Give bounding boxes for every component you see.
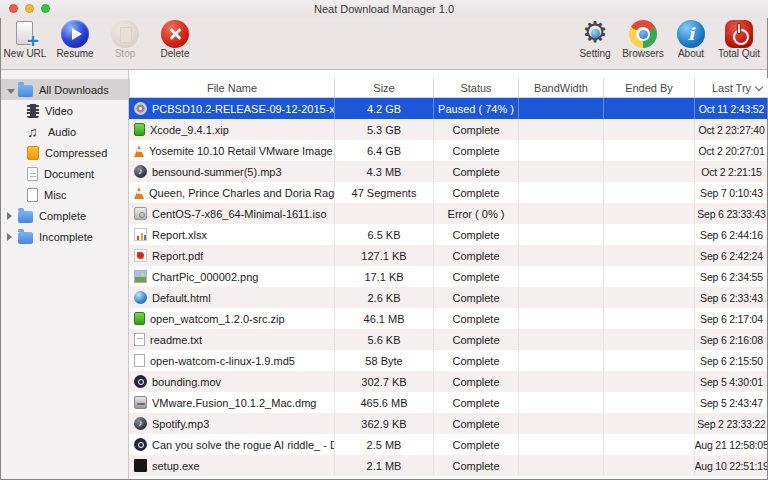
status-cell: Complete xyxy=(433,119,518,140)
delete-icon xyxy=(161,20,189,48)
toolbar-button-resume[interactable]: Resume xyxy=(52,20,98,59)
sidebar-item-compressed[interactable]: Compressed xyxy=(0,142,128,163)
table-row[interactable]: Default.html 2.6 KB Complete Sep 6 2:33:… xyxy=(129,287,768,308)
file-name: VMware.Fusion_10.1.2_Mac.dmg xyxy=(152,397,316,409)
toolbar-button-label: Total Quit xyxy=(718,48,760,59)
table-row[interactable]: CentOS-7-x86_64-Minimal-1611.iso Error (… xyxy=(129,203,768,224)
table-row[interactable]: Can you solve the rogue AI riddle_ - Dan… xyxy=(129,434,768,455)
ended-by-cell xyxy=(603,434,694,455)
last-try-cell: Sep 7 0:10:43 xyxy=(694,182,768,203)
table-row[interactable]: readme.txt 5.6 KB Complete Sep 6 2:16:08 xyxy=(129,329,768,350)
bandwidth-cell xyxy=(518,266,603,287)
status-cell: Complete xyxy=(433,308,518,329)
file-name: CentOS-7-x86_64-Minimal-1611.iso xyxy=(152,208,327,220)
toolbar-button-delete[interactable]: Delete xyxy=(152,20,198,59)
column-header[interactable]: BandWidth xyxy=(518,78,603,97)
sidebar-item-audio[interactable]: Audio xyxy=(0,121,128,142)
file-name-cell: Xcode_9.4.1.xip xyxy=(129,119,334,140)
file-name: open_watcom_1.2.0-src.zip xyxy=(150,313,285,325)
file-name-cell: Report.xlsx xyxy=(129,224,334,245)
table-row[interactable]: bounding.mov 302.7 KB Complete Sep 5 4:3… xyxy=(129,371,768,392)
sidebar-item-incomplete[interactable]: Incomplete xyxy=(0,226,128,247)
disclosure-triangle-icon[interactable] xyxy=(7,84,18,96)
sidebar-item-misc[interactable]: Misc xyxy=(0,184,128,205)
sidebar-item-label: Compressed xyxy=(45,147,107,159)
disclosure-triangle-icon[interactable] xyxy=(7,231,18,243)
downloads-table: File Name Size Status BandWidth Ended By… xyxy=(129,70,768,479)
table-row[interactable]: PCBSD10.2-RELEASE-09-12-2015-x64-DV 4.2 … xyxy=(129,98,768,119)
main-content: All Downloads Video Audio Compressed xyxy=(0,70,768,479)
bandwidth-cell xyxy=(518,287,603,308)
sidebar-item-complete[interactable]: Complete xyxy=(0,205,128,226)
column-header[interactable]: Size xyxy=(334,78,433,97)
audio-icon xyxy=(27,126,42,138)
status-cell: Complete xyxy=(433,266,518,287)
ended-by-cell xyxy=(603,350,694,371)
ended-by-cell xyxy=(603,182,694,203)
ended-by-cell xyxy=(603,392,694,413)
status-cell: Complete xyxy=(433,182,518,203)
last-try-cell: Oct 11 2:43:52 xyxy=(694,98,768,119)
bandwidth-cell xyxy=(518,182,603,203)
table-row[interactable]: setup.exe 2.1 MB Complete Aug 10 22:51:1… xyxy=(129,455,768,476)
sidebar-item-video[interactable]: Video xyxy=(0,100,128,121)
toolbar-button-stop[interactable]: Stop xyxy=(102,20,148,59)
table-row[interactable]: Report.pdf 127.1 KB Complete Sep 6 2:42:… xyxy=(129,245,768,266)
disclosure-triangle-icon[interactable] xyxy=(7,210,18,222)
cone-icon xyxy=(134,187,144,199)
minimize-window-button[interactable] xyxy=(25,4,34,13)
file-name-cell: Spotify.mp3 xyxy=(129,413,334,434)
column-header[interactable]: File Name xyxy=(129,78,334,97)
bandwidth-cell xyxy=(518,161,603,182)
toolbar-button-browsers[interactable]: Browsers xyxy=(620,20,666,59)
file-name-cell: Yosemite 10.10 Retail VMware Image.rar xyxy=(129,140,334,161)
image-icon xyxy=(134,270,147,283)
toolbar-button-new-url[interactable]: New URL xyxy=(2,20,48,59)
table-row[interactable]: open-watcom-c-linux-1.9.md5 58 Byte Comp… xyxy=(129,350,768,371)
folder-icon xyxy=(18,85,33,97)
folder-icon xyxy=(18,232,33,244)
compressed-icon xyxy=(27,146,39,160)
size-cell: 5.6 KB xyxy=(334,329,433,350)
bandwidth-cell xyxy=(518,224,603,245)
status-cell: Complete xyxy=(433,329,518,350)
status-cell: Complete xyxy=(433,140,518,161)
ended-by-cell xyxy=(603,161,694,182)
size-cell: 17.1 KB xyxy=(334,266,433,287)
file-name: bounding.mov xyxy=(152,376,221,388)
zoom-window-button[interactable] xyxy=(41,4,50,13)
size-cell: 46.1 MB xyxy=(334,308,433,329)
last-try-cell: Aug 10 22:51:19 xyxy=(694,455,768,476)
table-row[interactable]: Yosemite 10.10 Retail VMware Image.rar 6… xyxy=(129,140,768,161)
table-row[interactable]: Report.xlsx 6.5 KB Complete Sep 6 2:44:1… xyxy=(129,224,768,245)
table-row[interactable]: ChartPic_000002.png 17.1 KB Complete Sep… xyxy=(129,266,768,287)
file-name: open-watcom-c-linux-1.9.md5 xyxy=(150,355,295,367)
table-row[interactable]: VMware.Fusion_10.1.2_Mac.dmg 465.6 MB Co… xyxy=(129,392,768,413)
ended-by-cell xyxy=(603,266,694,287)
last-try-cell: Oct 2 23:27:40 xyxy=(694,119,768,140)
sidebar-item-all-downloads[interactable]: All Downloads xyxy=(0,79,128,100)
toolbar-button-setting[interactable]: Setting xyxy=(572,20,618,59)
table-row[interactable]: Xcode_9.4.1.xip 5.3 GB Complete Oct 2 23… xyxy=(129,119,768,140)
pdf-icon xyxy=(134,249,147,262)
table-row[interactable]: open_watcom_1.2.0-src.zip 46.1 MB Comple… xyxy=(129,308,768,329)
column-header[interactable]: Ended By xyxy=(603,78,694,97)
status-cell: Complete xyxy=(433,161,518,182)
sidebar-item-document[interactable]: Document xyxy=(0,163,128,184)
table-row[interactable]: Spotify.mp3 362.9 KB Complete Sep 2 23:3… xyxy=(129,413,768,434)
ended-by-cell xyxy=(603,203,694,224)
sidebar-item-label: Complete xyxy=(39,210,86,222)
close-window-button[interactable] xyxy=(9,4,18,13)
setting-icon xyxy=(581,20,609,48)
table-row[interactable]: bensound-summer(5).mp3 4.3 MB Complete O… xyxy=(129,161,768,182)
toolbar-button-total-quit[interactable]: Total Quit xyxy=(716,20,762,59)
size-cell: 302.7 KB xyxy=(334,371,433,392)
sidebar: All Downloads Video Audio Compressed xyxy=(0,70,129,479)
ended-by-cell xyxy=(603,140,694,161)
file-name-cell: PCBSD10.2-RELEASE-09-12-2015-x64-DV xyxy=(129,98,334,119)
text-icon xyxy=(134,333,145,346)
column-header[interactable]: Status xyxy=(433,78,518,97)
bandwidth-cell xyxy=(518,392,603,413)
toolbar-button-about[interactable]: About xyxy=(668,20,714,59)
table-row[interactable]: Queen, Prince Charles and Doria Ragland … xyxy=(129,182,768,203)
